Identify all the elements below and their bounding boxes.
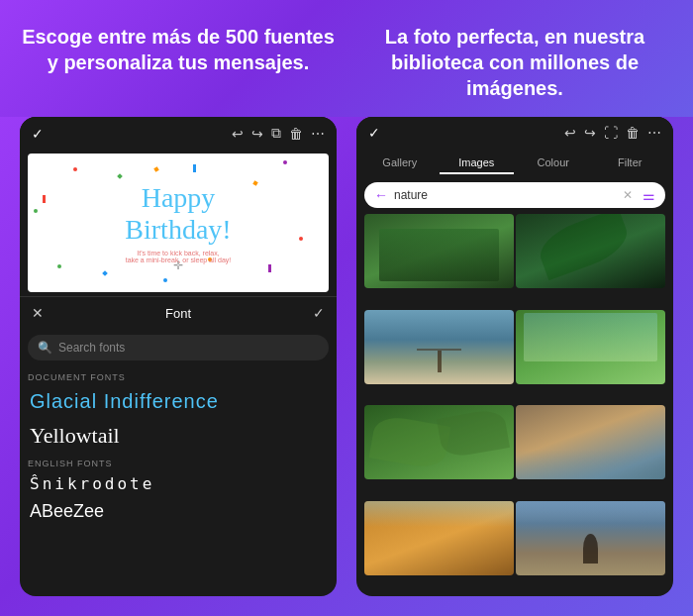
english-fonts-label: ENGLISH FONTS (20, 453, 337, 470)
font-item-yellowtail[interactable]: Yellowtail (20, 419, 337, 453)
tab-gallery[interactable]: Gallery (362, 153, 438, 174)
header-right-title: La foto perfecta, en nuestra biblioteca … (356, 24, 673, 101)
back-icon[interactable]: ← (374, 187, 388, 203)
birthday-line1: Happy (125, 182, 231, 214)
tab-images[interactable]: Images (440, 153, 515, 174)
phones-section: ✓ ↩ ↪ ⧉ 🗑 ⋯ (0, 117, 693, 616)
image-grid (356, 212, 673, 596)
check-icon-right[interactable]: ✓ (368, 125, 380, 141)
filter-icon[interactable]: ⚌ (643, 187, 655, 203)
header-left-title: Escoge entre más de 500 fuentes y person… (20, 24, 337, 101)
check-icon[interactable]: ✓ (32, 126, 44, 142)
font-search-box[interactable]: 🔍 Search fonts (28, 335, 329, 360)
more-icon-right[interactable]: ⋯ (647, 125, 661, 141)
header-section: Escoge entre más de 500 fuentes y person… (0, 0, 693, 117)
image-autumn-field[interactable] (364, 501, 514, 575)
toolbar-right-icons: ↩ ↪ ⧉ 🗑 ⋯ (232, 125, 325, 142)
font-item-abeezee[interactable]: ABeeZee (20, 497, 337, 526)
left-phone: ✓ ↩ ↪ ⧉ 🗑 ⋯ (20, 117, 337, 596)
image-girl-field[interactable] (516, 501, 665, 575)
tab-bar: Gallery Images Colour Filter (356, 149, 673, 178)
delete-icon-right[interactable]: 🗑 (626, 125, 640, 141)
left-toolbar: ✓ ↩ ↪ ⧉ 🗑 ⋯ (20, 117, 337, 150)
close-icon[interactable]: ✕ (32, 305, 44, 321)
image-mountain-dock[interactable] (364, 310, 514, 384)
image-search-bar[interactable]: ← nature ✕ ⚌ (364, 182, 665, 208)
undo-icon[interactable]: ↩ (232, 126, 244, 142)
tab-colour[interactable]: Colour (516, 153, 591, 174)
search-input[interactable]: nature (394, 188, 617, 202)
image-green-field[interactable] (516, 310, 665, 384)
undo-icon-right[interactable]: ↩ (564, 125, 576, 141)
birthday-text: Happy Birthday! It's time to kick back, … (125, 182, 231, 263)
image-leaf[interactable] (516, 214, 665, 288)
font-search-placeholder: Search fonts (58, 341, 125, 355)
search-icon: 🔍 (38, 341, 52, 355)
more-icon[interactable]: ⋯ (311, 126, 325, 142)
image-forest[interactable] (364, 214, 514, 288)
right-toolbar: ✓ ↩ ↪ ⛶ 🗑 ⋯ (356, 117, 673, 149)
font-item-mikrodots[interactable]: Ŝnikrodote (20, 470, 337, 497)
birthday-line2: Birthday! (125, 214, 231, 246)
delete-icon[interactable]: 🗑 (289, 126, 303, 142)
birthday-subtext: It's time to kick back, relax,take a min… (125, 250, 231, 263)
font-item-glacial[interactable]: Glacial Indifference (20, 384, 337, 419)
tab-filter[interactable]: Filter (593, 153, 668, 174)
image-lake-sunset[interactable] (516, 405, 665, 479)
canvas-area: Happy Birthday! It's time to kick back, … (28, 154, 329, 292)
image-green-leaves[interactable] (364, 405, 514, 479)
font-panel-header: ✕ Font ✓ (20, 296, 337, 329)
right-toolbar-icons: ↩ ↪ ⛶ 🗑 ⋯ (564, 125, 661, 141)
redo-icon[interactable]: ↪ (251, 126, 263, 142)
crop-icon[interactable]: ⛶ (604, 125, 618, 141)
font-panel-title: Font (165, 306, 191, 321)
confirm-icon[interactable]: ✓ (313, 305, 325, 321)
clear-icon[interactable]: ✕ (623, 188, 633, 202)
document-fonts-label: DOCUMENT FONTS (20, 366, 337, 384)
right-phone: ✓ ↩ ↪ ⛶ 🗑 ⋯ Gallery Images Colour Filter… (356, 117, 673, 596)
redo-icon-right[interactable]: ↪ (584, 125, 596, 141)
copy-icon[interactable]: ⧉ (271, 125, 281, 142)
